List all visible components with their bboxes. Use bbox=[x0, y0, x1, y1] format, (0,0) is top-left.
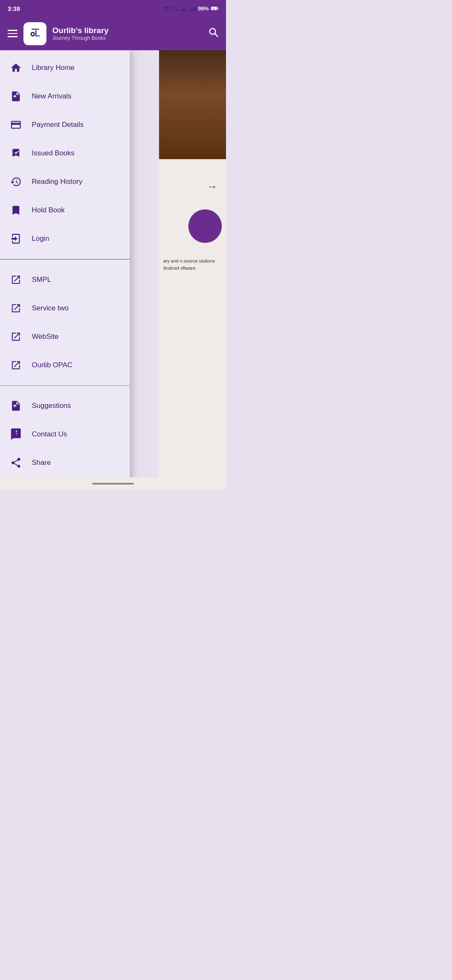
sidebar-item-payment-details[interactable]: Payment Details bbox=[0, 111, 130, 139]
app-logo: o͞L bbox=[23, 22, 46, 45]
bg-circle bbox=[188, 209, 222, 243]
sidebar-item-label: Hold Book bbox=[32, 206, 64, 214]
sidebar-item-label: Suggestions bbox=[32, 402, 71, 410]
app-title-block: Ourlib's library Journey Through Books bbox=[52, 26, 203, 41]
sidebar-item-label: Reading History bbox=[32, 178, 82, 186]
svg-line-13 bbox=[215, 34, 218, 37]
sidebar-item-label: Payment Details bbox=[32, 121, 84, 129]
background-content: → ary and n-source olutions Android oftw… bbox=[159, 50, 226, 490]
svg-rect-5 bbox=[190, 10, 191, 11]
bg-arrow: → bbox=[207, 180, 218, 193]
status-time: 3:38 bbox=[8, 5, 20, 12]
sidebar-item-label: Share bbox=[32, 459, 51, 467]
svg-rect-6 bbox=[191, 8, 193, 11]
sidebar-item-website[interactable]: WebSite bbox=[0, 322, 130, 351]
home-icon bbox=[9, 61, 23, 75]
hamburger-button[interactable] bbox=[8, 30, 18, 37]
status-bar: 3:38 99% bbox=[0, 0, 226, 17]
signal2-icon bbox=[189, 5, 196, 11]
svg-rect-7 bbox=[193, 7, 194, 11]
sidebar-item-reading-history[interactable]: Reading History bbox=[0, 168, 130, 196]
issued-books-icon bbox=[9, 147, 23, 160]
sidebar-item-label: WebSite bbox=[32, 333, 59, 341]
status-icons: 99% bbox=[163, 5, 218, 12]
sidebar-item-label: Login bbox=[32, 235, 49, 243]
call-icon bbox=[172, 5, 178, 11]
sidebar-item-label: Service two bbox=[32, 304, 69, 312]
sidebar-item-hold-book[interactable]: Hold Book bbox=[0, 196, 130, 224]
svg-rect-8 bbox=[195, 6, 196, 11]
bottom-nav-bar bbox=[0, 477, 226, 490]
suggestions-icon bbox=[9, 399, 23, 413]
battery-icon bbox=[211, 6, 218, 11]
reading-history-icon bbox=[9, 175, 23, 188]
external-link-icon bbox=[9, 330, 23, 343]
nav-drawer: Library Home New Arrivals Payment Detail… bbox=[0, 50, 130, 490]
sidebar-item-label: Issued Books bbox=[32, 149, 74, 157]
sidebar-item-label: Library Home bbox=[32, 64, 74, 72]
wifi-icon bbox=[163, 5, 170, 11]
app-subtitle: Journey Through Books bbox=[52, 35, 203, 41]
share-icon bbox=[9, 456, 23, 469]
external-link-icon bbox=[9, 358, 23, 372]
new-arrivals-icon bbox=[9, 90, 23, 103]
svg-rect-1 bbox=[181, 10, 182, 11]
support-menu-section: Suggestions Contact Us Share bbox=[0, 388, 130, 480]
sidebar-item-label: Contact Us bbox=[32, 430, 67, 438]
sidebar-item-label: New Arrivals bbox=[32, 92, 71, 101]
sidebar-item-share[interactable]: Share bbox=[0, 449, 130, 477]
search-button[interactable] bbox=[208, 27, 218, 40]
sidebar-item-label: Ourlib OPAC bbox=[32, 361, 72, 369]
book-image bbox=[159, 50, 226, 159]
sidebar-item-suggestions[interactable]: Suggestions bbox=[0, 392, 130, 420]
login-icon bbox=[9, 232, 23, 245]
bg-text: ary and n-source olutions Android oftwar… bbox=[161, 255, 224, 273]
main-menu-section: Library Home New Arrivals Payment Detail… bbox=[0, 50, 130, 256]
payment-icon bbox=[9, 118, 23, 132]
sidebar-item-label: SMPL bbox=[32, 276, 51, 284]
bottom-indicator bbox=[92, 483, 134, 485]
signal-icon bbox=[180, 5, 187, 11]
logo-text: o͞L bbox=[30, 28, 40, 39]
svg-point-0 bbox=[166, 10, 167, 11]
menu-divider-2 bbox=[0, 385, 130, 386]
sidebar-item-ourlib-opac[interactable]: Ourlib OPAC bbox=[0, 351, 130, 379]
app-bar: o͞L Ourlib's library Journey Through Boo… bbox=[0, 17, 226, 50]
app-title: Ourlib's library bbox=[52, 26, 203, 35]
hold-book-icon bbox=[9, 204, 23, 217]
sidebar-item-smpl[interactable]: SMPL bbox=[0, 266, 130, 294]
contact-icon bbox=[9, 428, 23, 441]
menu-divider-1 bbox=[0, 259, 130, 260]
battery-percent: 99% bbox=[198, 5, 209, 12]
sidebar-item-new-arrivals[interactable]: New Arrivals bbox=[0, 82, 130, 111]
svg-rect-11 bbox=[217, 8, 218, 9]
sidebar-item-login[interactable]: Login bbox=[0, 224, 130, 253]
sidebar-item-service-two[interactable]: Service two bbox=[0, 294, 130, 322]
external-menu-section: SMPL Service two WebSite bbox=[0, 262, 130, 383]
sidebar-item-issued-books[interactable]: Issued Books bbox=[0, 139, 130, 168]
external-link-icon bbox=[9, 302, 23, 315]
external-link-icon bbox=[9, 273, 23, 286]
svg-rect-2 bbox=[182, 8, 184, 11]
svg-rect-3 bbox=[184, 7, 185, 11]
svg-rect-4 bbox=[186, 6, 187, 11]
sidebar-item-library-home[interactable]: Library Home bbox=[0, 54, 130, 82]
sidebar-item-contact-us[interactable]: Contact Us bbox=[0, 420, 130, 449]
